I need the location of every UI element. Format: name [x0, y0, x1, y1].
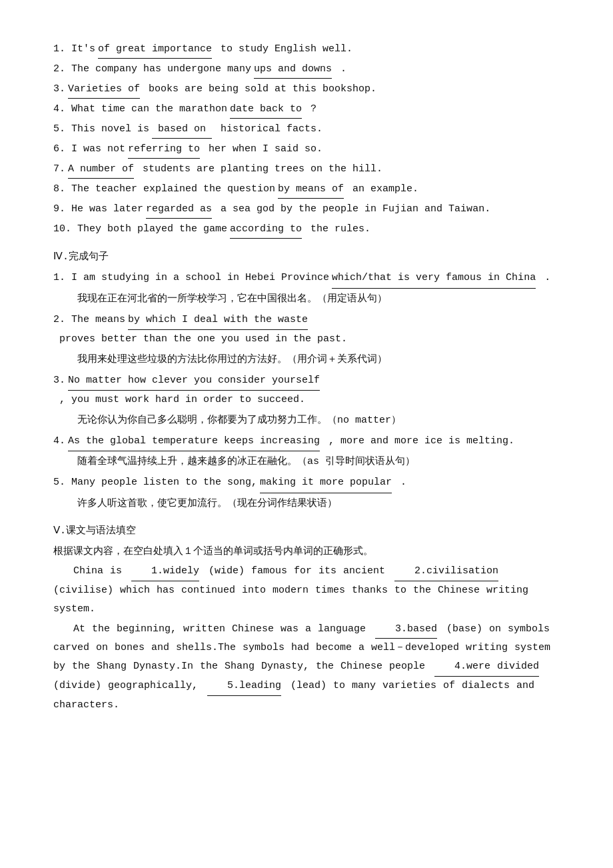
para2: At the beginning, written Chinese was a … [53, 620, 560, 715]
blank-c4: As the global temperature keeps increasi… [68, 432, 320, 452]
blank-7: A number of [68, 160, 134, 179]
blank-4: date back to [230, 100, 302, 119]
item-2: 2. The company has undergone many ups an… [53, 60, 560, 79]
item-after: books are being sold at this bookshop. [143, 80, 376, 98]
item-6: 6. I was not referring to her when I sai… [53, 140, 560, 159]
blank-8: by means of [278, 180, 344, 199]
blank-6: referring to [128, 140, 200, 159]
completion-1: 1. I am studying in a school in Hebei Pr… [53, 269, 560, 308]
item-num: 8. The teacher explained the question [53, 180, 275, 198]
fill-section: 1. It's of great importance to study Eng… [53, 40, 560, 239]
item-5: 5. This novel is based on historical fac… [53, 120, 560, 139]
item-10: 10. They both played the game according … [53, 220, 560, 239]
item-num: 6. I was not [53, 140, 125, 158]
blank-c2: by which I deal with the waste [128, 311, 308, 331]
section5: Ⅴ.课文与语法填空 根据课文内容，在空白处填入１个适当的单词或括号内单词的正确形… [53, 522, 560, 715]
item-8: 8. The teacher explained the question by… [53, 180, 560, 199]
cn-2: 我用来处理这些垃圾的方法比你用过的方法好。（用介词＋关系代词） [77, 351, 560, 369]
item-num: 1. It's [53, 40, 95, 58]
completion-4: 4. As the global temperature keeps incre… [53, 432, 560, 471]
blank-1: of great importance [98, 40, 212, 59]
blank-9: regarded as [146, 200, 212, 219]
item-after: her when I said so. [203, 140, 322, 158]
blank-2: ups and downs [254, 60, 332, 79]
item-4: 4. What time can the marathon date back … [53, 100, 560, 119]
item-num: 9. He was later [53, 200, 143, 218]
cn-4: 随着全球气温持续上升，越来越多的冰正在融化。（as 引导时间状语从句） [77, 453, 560, 471]
blank-5: based on [152, 120, 212, 139]
blank-10: according to [230, 220, 302, 239]
blank-c1: which/that is very famous in China [332, 269, 536, 289]
item-3: 3. Varieties of books are being sold at … [53, 80, 560, 99]
item-num: 7. [53, 160, 65, 178]
item-num: 4. What time can the marathon [53, 100, 227, 118]
blank-v5: 5.leading [207, 677, 281, 696]
blank-v1: 1.widely [131, 562, 199, 581]
item-num: 10. They both played the game [53, 220, 227, 238]
item-after: a sea god by the people in Fujian and Ta… [215, 200, 490, 218]
section4: Ⅳ.完成句子 1. I am studying in a school in H… [53, 248, 560, 513]
item-7: 7. A number of students are planting tre… [53, 160, 560, 179]
item-after: . [334, 60, 346, 78]
blank-c3: No matter how clever you consider yourse… [68, 371, 320, 391]
completion-3: 3. No matter how clever you consider you… [53, 371, 560, 429]
section4-title: Ⅳ.完成句子 [53, 248, 560, 266]
para1: China is 1.widely (wide) famous for its … [53, 562, 560, 618]
section5-instruction: 根据课文内容，在空白处填入１个适当的单词或括号内单词的正确形式。 [53, 543, 560, 561]
cn-1: 我现在正在河北省的一所学校学习，它在中国很出名。（用定语从句） [77, 290, 560, 308]
item-num: 5. This novel is [53, 120, 149, 138]
item-1: 1. It's of great importance to study Eng… [53, 40, 560, 59]
item-after: the rules. [305, 220, 370, 238]
item-after: historical facts. [215, 120, 322, 138]
cn-3: 无论你认为你自己多么聪明，你都要为了成功努力工作。（no matter） [77, 411, 560, 429]
blank-v2: 2.civilisation [394, 562, 498, 581]
item-after: an example. [346, 180, 418, 198]
blank-v3: 3.based [375, 620, 437, 639]
blank-v4: 4.were divided [434, 657, 539, 677]
completion-2: 2. The means by which I deal with the wa… [53, 311, 560, 369]
item-num: 2. The company has undergone many [53, 60, 251, 78]
blank-3: Varieties of [68, 80, 140, 99]
completion-5: 5. Many people listen to the song, makin… [53, 473, 560, 513]
item-9: 9. He was later regarded as a sea god by… [53, 200, 560, 219]
item-after: to study English well. [215, 40, 352, 58]
blank-c5: making it more popular [260, 473, 392, 493]
cn-5: 许多人听这首歌，使它更加流行。（现在分词作结果状语） [77, 495, 560, 513]
item-num: 3. [53, 80, 65, 98]
main-content: 1. It's of great importance to study Eng… [53, 40, 560, 714]
section5-title: Ⅴ.课文与语法填空 [53, 522, 560, 540]
item-after: students are planting trees on the hill. [137, 160, 382, 178]
item-after: ? [305, 100, 316, 118]
